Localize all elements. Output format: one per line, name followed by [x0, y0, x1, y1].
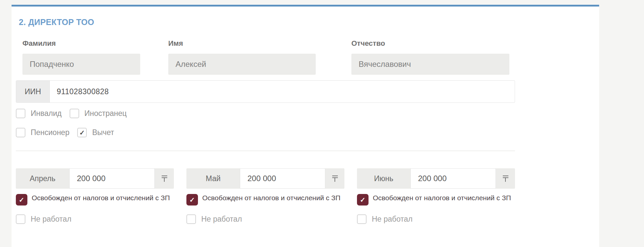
- pensioner-label: Пенсионер: [31, 128, 69, 137]
- patronymic-field-group: Отчество Вячеславович: [351, 39, 509, 75]
- june-exempt-checkbox-box: ✓: [357, 194, 369, 206]
- april-salary-group: Апрель 200 000: [16, 168, 174, 189]
- month-column-april: Апрель 200 000 ✓ Освобожден от налогов и…: [16, 168, 174, 224]
- section-title: 2. ДИРЕКТОР ТОО: [19, 17, 599, 27]
- april-salary-value: 200 000: [77, 174, 106, 183]
- foreigner-label: Иностранец: [84, 109, 127, 118]
- june-currency-addon: [496, 168, 515, 189]
- may-exempt-checkbox[interactable]: ✓ Освобожден от налогов и отчислений с З…: [186, 193, 344, 206]
- june-label: Июнь: [357, 168, 410, 189]
- check-icon: ✓: [189, 197, 195, 203]
- invalid-checkbox-box: [16, 109, 25, 118]
- card-top-accent-line: [12, 5, 599, 7]
- checkbox-invalid[interactable]: Инвалид: [16, 109, 62, 118]
- foreigner-checkbox-box: [70, 109, 79, 118]
- may-salary-group: Май 200 000: [186, 168, 344, 189]
- deduction-checkbox-box: ✓: [77, 128, 87, 137]
- pensioner-checkbox-box: [16, 128, 25, 137]
- form-card: 2. ДИРЕКТОР ТОО Фамилия Попадченко Имя А…: [12, 5, 599, 247]
- april-currency-addon: [155, 168, 174, 189]
- may-notworked-checkbox[interactable]: Не работал: [186, 214, 344, 224]
- june-exempt-label: Освобожден от налогов и отчислений с ЗП: [373, 193, 513, 202]
- june-exempt-checkbox[interactable]: ✓ Освобожден от налогов и отчислений с З…: [357, 193, 515, 206]
- deduction-label: Вычет: [92, 128, 114, 137]
- iin-input[interactable]: 911028300828: [50, 81, 109, 102]
- june-salary-value: 200 000: [418, 174, 447, 183]
- april-notworked-checkbox-box: [16, 214, 25, 224]
- name-fields-row: Фамилия Попадченко Имя Алексей Отчество …: [22, 39, 599, 75]
- iin-label: ИИН: [16, 81, 50, 102]
- april-notworked-label: Не работал: [31, 215, 71, 224]
- april-salary-input[interactable]: 200 000: [69, 168, 155, 189]
- lastname-value: Попадченко: [30, 60, 74, 69]
- lastname-label: Фамилия: [22, 39, 140, 48]
- patronymic-value: Вячеславович: [359, 60, 411, 69]
- firstname-label: Имя: [168, 39, 316, 48]
- checkbox-deduction[interactable]: ✓ Вычет: [77, 128, 114, 137]
- checkbox-pensioner[interactable]: Пенсионер: [16, 128, 69, 137]
- month-column-may: Май 200 000 ✓ Освобожден от налогов и от…: [186, 168, 344, 224]
- april-exempt-label: Освобожден от налогов и отчислений с ЗП: [32, 193, 172, 202]
- may-salary-value: 200 000: [247, 174, 276, 183]
- may-exempt-checkbox-box: ✓: [186, 194, 198, 206]
- june-notworked-checkbox-box: [357, 214, 367, 224]
- checkbox-foreigner[interactable]: Иностранец: [70, 109, 127, 118]
- flags-row-1: Инвалид Иностранец: [16, 109, 599, 118]
- check-icon: ✓: [80, 129, 85, 136]
- may-notworked-checkbox-box: [186, 214, 196, 224]
- months-row: Апрель 200 000 ✓ Освобожден от налогов и…: [16, 168, 599, 224]
- lastname-input[interactable]: Попадченко: [22, 54, 140, 75]
- patronymic-input[interactable]: Вячеславович: [351, 54, 509, 75]
- firstname-value: Алексей: [176, 60, 206, 69]
- june-salary-input[interactable]: 200 000: [410, 168, 496, 189]
- april-label: Апрель: [16, 168, 69, 189]
- may-exempt-label: Освобожден от налогов и отчислений с ЗП: [202, 193, 342, 202]
- april-exempt-checkbox[interactable]: ✓ Освобожден от налогов и отчислений с З…: [16, 193, 174, 206]
- iin-value: 911028300828: [57, 87, 109, 96]
- may-label: Май: [186, 168, 240, 189]
- tenge-icon: [332, 176, 338, 182]
- may-salary-input[interactable]: 200 000: [240, 168, 325, 189]
- lastname-field-group: Фамилия Попадченко: [22, 39, 140, 75]
- invalid-label: Инвалид: [31, 109, 62, 118]
- firstname-input[interactable]: Алексей: [168, 54, 316, 75]
- june-notworked-checkbox[interactable]: Не работал: [357, 214, 515, 224]
- april-exempt-checkbox-box: ✓: [16, 194, 27, 206]
- check-icon: ✓: [360, 197, 366, 203]
- tenge-icon: [162, 176, 167, 182]
- form-content: 2. ДИРЕКТОР ТОО Фамилия Попадченко Имя А…: [12, 17, 599, 224]
- check-icon: ✓: [19, 197, 24, 203]
- may-notworked-label: Не работал: [201, 215, 242, 224]
- patronymic-label: Отчество: [351, 39, 509, 48]
- june-notworked-label: Не работал: [372, 215, 412, 224]
- iin-field-group: ИИН 911028300828: [16, 80, 515, 103]
- june-salary-group: Июнь 200 000: [357, 168, 515, 189]
- flags-row-2: Пенсионер ✓ Вычет: [16, 128, 599, 137]
- section-divider: [16, 151, 515, 151]
- month-column-june: Июнь 200 000 ✓ Освобожден от налогов и о…: [357, 168, 515, 224]
- firstname-field-group: Имя Алексей: [168, 39, 316, 75]
- april-notworked-checkbox[interactable]: Не работал: [16, 214, 174, 224]
- may-currency-addon: [325, 168, 344, 189]
- tenge-icon: [503, 176, 508, 182]
